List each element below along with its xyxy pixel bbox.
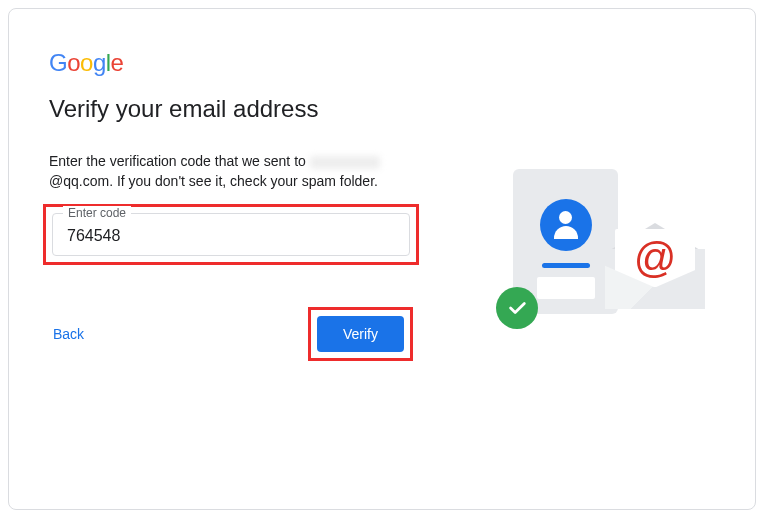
google-logo: Google [49, 49, 715, 73]
envelope-graphic: @ [605, 241, 705, 309]
highlight-annotation-input: Enter code [43, 204, 419, 265]
instruction-suffix: . If you don't see it, check your spam f… [109, 173, 378, 189]
highlight-annotation-verify: Verify [308, 307, 413, 361]
code-input[interactable] [67, 227, 395, 245]
code-field-label: Enter code [63, 206, 131, 220]
logo-letter: G [49, 49, 67, 76]
verify-button[interactable]: Verify [317, 316, 404, 352]
verify-card: Google Verify your email address Enter t… [8, 8, 756, 510]
illustration: @ [495, 169, 705, 349]
card-line [537, 277, 595, 299]
instruction-prefix: Enter the verification code that we sent… [49, 153, 310, 169]
logo-letter: o [80, 49, 93, 76]
form-column: Verify your email address Enter the veri… [49, 95, 419, 361]
page-title: Verify your email address [49, 95, 419, 123]
logo-letter: e [111, 49, 124, 76]
card-line [542, 263, 590, 268]
code-field-wrapper[interactable]: Enter code [52, 213, 410, 256]
redacted-email-prefix [310, 156, 380, 169]
back-button[interactable]: Back [49, 318, 88, 350]
checkmark-icon [496, 287, 538, 329]
logo-letter: o [67, 49, 80, 76]
at-icon: @ [634, 234, 677, 282]
avatar-icon [540, 199, 592, 251]
email-suffix: @qq.com [49, 173, 109, 189]
instruction-text: Enter the verification code that we sent… [49, 151, 419, 192]
button-row: Back Verify [49, 307, 413, 361]
logo-letter: g [93, 49, 106, 76]
